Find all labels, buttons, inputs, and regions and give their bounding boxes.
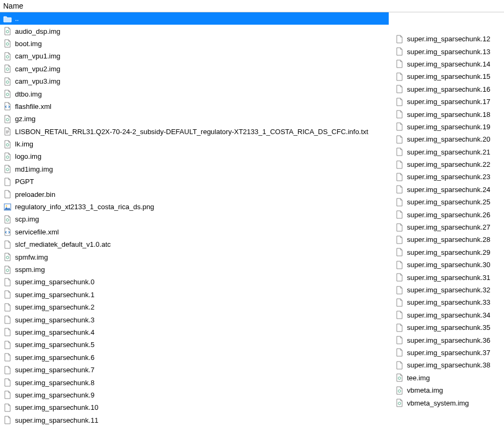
file-row[interactable]: super.img_sparsechunk.36 — [392, 334, 504, 346]
file-row[interactable]: super.img_sparsechunk.27 — [392, 221, 504, 233]
file-row[interactable]: super.img_sparsechunk.19 — [392, 121, 504, 133]
file-row[interactable]: tee.img — [392, 372, 504, 384]
file-row[interactable]: super.img_sparsechunk.7 — [0, 364, 389, 376]
file-icon — [3, 366, 12, 374]
file-row[interactable]: super.img_sparsechunk.25 — [392, 196, 504, 208]
img-icon — [3, 253, 12, 261]
file-icon — [395, 98, 404, 106]
file-row[interactable]: scp.img — [0, 213, 389, 225]
file-row[interactable]: super.img_sparsechunk.17 — [392, 95, 504, 108]
file-row[interactable]: boot.img — [0, 38, 389, 50]
file-row[interactable]: super.img_sparsechunk.6 — [0, 351, 389, 364]
file-name-label: super.img_sparsechunk.18 — [407, 111, 490, 119]
file-row[interactable]: super.img_sparsechunk.31 — [392, 271, 504, 283]
file-list-left[interactable]: ..audio_dsp.imgboot.imgcam_vpu1.imgcam_v… — [0, 12, 389, 426]
file-row[interactable]: super.img_sparsechunk.29 — [392, 246, 504, 259]
folder-up-icon — [3, 14, 12, 23]
file-row[interactable]: super.img_sparsechunk.30 — [392, 259, 504, 271]
file-row[interactable]: super.img_sparsechunk.22 — [392, 158, 504, 171]
file-row[interactable]: spmfw.img — [0, 251, 389, 263]
file-row[interactable]: super.img_sparsechunk.33 — [392, 296, 504, 308]
file-name-label: super.img_sparsechunk.25 — [407, 198, 490, 206]
file-name-label: super.img_sparsechunk.8 — [15, 379, 94, 387]
file-icon — [395, 311, 404, 319]
file-row[interactable]: super.img_sparsechunk.14 — [392, 58, 504, 70]
file-name-label: super.img_sparsechunk.27 — [407, 223, 490, 231]
file-list-right[interactable]: super.img_sparsechunk.12super.img_sparse… — [389, 12, 504, 426]
file-row[interactable]: super.img_sparsechunk.10 — [0, 401, 389, 414]
file-name-label: md1img.img — [15, 165, 53, 173]
file-row[interactable]: vbmeta.img — [392, 384, 504, 396]
file-icon — [395, 47, 404, 56]
file-row[interactable]: preloader.bin — [0, 188, 389, 200]
file-icon — [3, 416, 12, 424]
file-row[interactable]: super.img_sparsechunk.0 — [0, 276, 389, 288]
file-row[interactable]: PGPT — [0, 175, 389, 188]
file-row[interactable]: slcf_mediatek_default_v1.0.atc — [0, 238, 389, 251]
file-row[interactable]: sspm.img — [0, 263, 389, 276]
file-row[interactable]: flashfile.xml — [0, 100, 389, 113]
file-name-label: super.img_sparsechunk.38 — [407, 361, 490, 369]
file-row[interactable]: super.img_sparsechunk.37 — [392, 347, 504, 359]
file-row[interactable]: super.img_sparsechunk.18 — [392, 108, 504, 120]
file-row[interactable]: super.img_sparsechunk.34 — [392, 309, 504, 321]
file-name-label: super.img_sparsechunk.31 — [407, 274, 490, 282]
file-row[interactable]: super.img_sparsechunk.16 — [392, 83, 504, 95]
file-row[interactable]: logo.img — [0, 150, 389, 163]
file-row[interactable]: super.img_sparsechunk.32 — [392, 284, 504, 296]
file-row[interactable]: super.img_sparsechunk.3 — [0, 313, 389, 326]
file-row[interactable]: .. — [0, 12, 389, 25]
file-name-label: super.img_sparsechunk.7 — [15, 366, 94, 374]
column-header-name[interactable]: Name — [0, 0, 504, 12]
file-name-label: dtbo.img — [15, 90, 42, 98]
img-icon — [395, 386, 404, 395]
file-row[interactable]: cam_vpu3.img — [0, 75, 389, 87]
file-name-label: flashfile.xml — [15, 102, 51, 111]
file-name-label: preloader.bin — [15, 190, 55, 198]
file-row[interactable]: super.img_sparsechunk.15 — [392, 70, 504, 83]
file-row[interactable]: servicefile.xml — [0, 226, 389, 238]
file-row[interactable]: audio_dsp.img — [0, 25, 389, 37]
file-icon — [395, 223, 404, 232]
file-row[interactable]: super.img_sparsechunk.4 — [0, 326, 389, 338]
file-row[interactable]: regulatory_info_xt2133_1_costa_rica_ds.p… — [0, 201, 389, 213]
file-row[interactable]: super.img_sparsechunk.23 — [392, 171, 504, 183]
img-icon — [3, 90, 12, 98]
file-name-label: super.img_sparsechunk.2 — [15, 303, 94, 311]
file-row[interactable]: super.img_sparsechunk.24 — [392, 183, 504, 196]
file-row[interactable]: super.img_sparsechunk.13 — [392, 45, 504, 57]
file-row[interactable]: super.img_sparsechunk.9 — [0, 389, 389, 401]
file-row[interactable]: super.img_sparsechunk.12 — [392, 33, 504, 45]
file-list-panels: ..audio_dsp.imgboot.imgcam_vpu1.imgcam_v… — [0, 12, 504, 426]
file-row[interactable]: md1img.img — [0, 163, 389, 175]
file-row[interactable]: super.img_sparsechunk.11 — [0, 414, 389, 426]
file-icon — [3, 303, 12, 312]
file-row[interactable]: cam_vpu2.img — [0, 63, 389, 75]
file-row[interactable]: super.img_sparsechunk.21 — [392, 146, 504, 158]
file-row[interactable]: dtbo.img — [0, 87, 389, 100]
file-row[interactable]: super.img_sparsechunk.28 — [392, 233, 504, 246]
xml-icon — [3, 227, 12, 236]
file-row[interactable]: LISBON_RETAIL_RRL31.Q2X-70-24-2_subsidy-… — [0, 126, 389, 138]
img-icon — [3, 140, 12, 149]
file-icon — [3, 190, 12, 198]
file-name-label: LISBON_RETAIL_RRL31.Q2X-70-24-2_subsidy-… — [15, 128, 368, 136]
file-row[interactable]: super.img_sparsechunk.38 — [392, 359, 504, 371]
file-row[interactable]: super.img_sparsechunk.5 — [0, 338, 389, 351]
file-name-label: regulatory_info_xt2133_1_costa_rica_ds.p… — [15, 203, 154, 211]
file-row[interactable]: vbmeta_system.img — [392, 396, 504, 409]
file-name-label: super.img_sparsechunk.35 — [407, 323, 490, 332]
file-row[interactable]: cam_vpu1.img — [0, 50, 389, 62]
file-row[interactable]: gz.img — [0, 113, 389, 125]
file-row[interactable]: super.img_sparsechunk.1 — [0, 289, 389, 301]
file-name-label: super.img_sparsechunk.33 — [407, 298, 490, 306]
file-row[interactable]: lk.img — [0, 138, 389, 150]
file-row[interactable]: super.img_sparsechunk.2 — [0, 301, 389, 313]
file-row[interactable]: super.img_sparsechunk.26 — [392, 208, 504, 220]
file-name-label: cam_vpu3.img — [15, 77, 61, 85]
file-row[interactable]: super.img_sparsechunk.8 — [0, 376, 389, 388]
img-icon — [3, 39, 12, 48]
file-row[interactable]: super.img_sparsechunk.35 — [392, 321, 504, 334]
img-icon — [3, 52, 12, 61]
file-row[interactable]: super.img_sparsechunk.20 — [392, 133, 504, 145]
